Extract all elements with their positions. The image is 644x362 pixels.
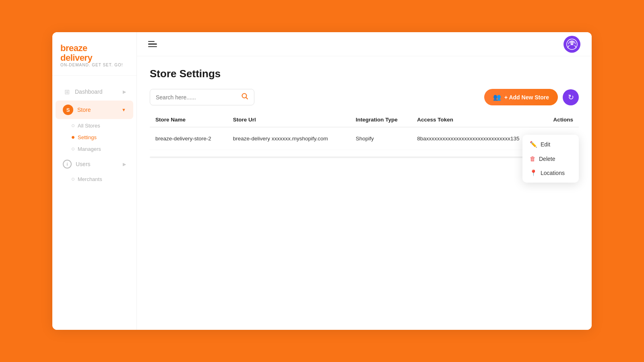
settings-label: Settings: [78, 134, 97, 140]
hamburger-line-1: [148, 41, 155, 42]
users-label: Users: [76, 161, 91, 167]
sidebar-item-users[interactable]: i Users ▶: [56, 156, 133, 173]
store-table: Store Name Store Url Integration Type Ac…: [150, 113, 579, 150]
user-avatar[interactable]: [564, 36, 580, 53]
delete-label: Delete: [539, 156, 555, 162]
sidebar-subitem-managers[interactable]: Managers: [52, 143, 136, 155]
sidebar-nav: ⊞ Dashboard ▶ S Store ▼ All Stores S: [52, 76, 136, 330]
dashboard-label: Dashboard: [75, 88, 103, 95]
toolbar-right: 👥 + Add New Store ↻: [484, 89, 579, 105]
merchants-label: Merchants: [78, 176, 102, 182]
add-new-store-button[interactable]: 👥 + Add New Store: [484, 89, 558, 105]
edit-label: Edit: [541, 141, 550, 148]
managers-label: Managers: [78, 146, 101, 152]
search-box[interactable]: [150, 89, 254, 105]
table-row: breaze-delivery-store-2 breaze-delivery …: [150, 127, 579, 150]
all-stores-label: All Stores: [78, 123, 100, 129]
dashboard-chevron: ▶: [123, 89, 126, 95]
scrollbar-hint: [150, 156, 579, 158]
settings-dot: [72, 136, 74, 139]
hamburger-line-2: [148, 43, 157, 45]
delete-icon: 🗑: [530, 155, 536, 162]
refresh-icon: ↻: [568, 93, 574, 102]
logo-main: breazedelivery: [60, 43, 128, 63]
main-content: Store Settings 👥: [137, 32, 592, 330]
store-label: Store: [77, 107, 91, 113]
dropdown-item-edit[interactable]: ✏️ Edit: [522, 137, 579, 152]
sidebar-item-store[interactable]: S Store ▼: [56, 101, 133, 119]
col-actions: Actions: [543, 113, 579, 127]
managers-dot: [72, 148, 74, 150]
main-card: breazedelivery ON-DEMAND. GET SET. GO! ⊞…: [52, 32, 592, 330]
cell-integration-type: Shopify: [350, 127, 412, 150]
col-integration-type: Integration Type: [350, 113, 412, 127]
col-access-token: Access Token: [411, 113, 543, 127]
dashboard-icon: ⊞: [63, 88, 71, 96]
search-input[interactable]: [156, 94, 238, 101]
all-stores-dot: [72, 124, 74, 127]
page-body: Store Settings 👥: [137, 56, 592, 330]
locations-label: Locations: [541, 170, 565, 176]
avatar-icon: [564, 36, 580, 53]
outer-bg: breazedelivery ON-DEMAND. GET SET. GO! ⊞…: [0, 0, 644, 362]
dropdown-item-locations[interactable]: 📍 Locations: [522, 166, 579, 180]
logo-tagline: ON-DEMAND. GET SET. GO!: [60, 63, 128, 67]
add-btn-label: + Add New Store: [504, 94, 549, 101]
edit-icon: ✏️: [530, 141, 537, 148]
locations-icon: 📍: [530, 169, 537, 177]
page-title: Store Settings: [150, 68, 579, 80]
add-icon: 👥: [493, 93, 501, 101]
search-icon: [241, 93, 248, 102]
merchants-dot: [72, 178, 74, 181]
dropdown-item-delete[interactable]: 🗑 Delete: [522, 152, 579, 166]
store-icon-circle: S: [63, 105, 73, 115]
refresh-button[interactable]: ↻: [563, 89, 579, 105]
users-chevron: ▶: [123, 162, 126, 167]
hamburger-line-3: [148, 46, 157, 47]
actions-dropdown: ✏️ Edit 🗑 Delete 📍 Locations: [522, 135, 579, 183]
sidebar-item-dashboard[interactable]: ⊞ Dashboard ▶: [56, 84, 133, 100]
table-toolbar: 👥 + Add New Store ↻: [150, 89, 579, 105]
sidebar: breazedelivery ON-DEMAND. GET SET. GO! ⊞…: [52, 32, 137, 330]
cell-store-name: breaze-delivery-store-2: [150, 127, 227, 150]
col-store-url: Store Url: [227, 113, 350, 127]
hamburger-menu[interactable]: [148, 41, 157, 47]
cell-store-url: breaze-delivery xxxxxxx.myshopify.com: [227, 127, 350, 150]
sidebar-subitem-all-stores[interactable]: All Stores: [52, 120, 136, 132]
users-icon: i: [63, 160, 72, 169]
svg-line-5: [246, 97, 248, 99]
logo: breazedelivery ON-DEMAND. GET SET. GO!: [52, 32, 136, 76]
sidebar-subitem-merchants[interactable]: Merchants: [52, 173, 136, 185]
sidebar-subitem-settings[interactable]: Settings: [52, 132, 136, 143]
topbar: [137, 32, 592, 56]
store-chevron: ▼: [122, 107, 126, 112]
col-store-name: Store Name: [150, 113, 227, 127]
